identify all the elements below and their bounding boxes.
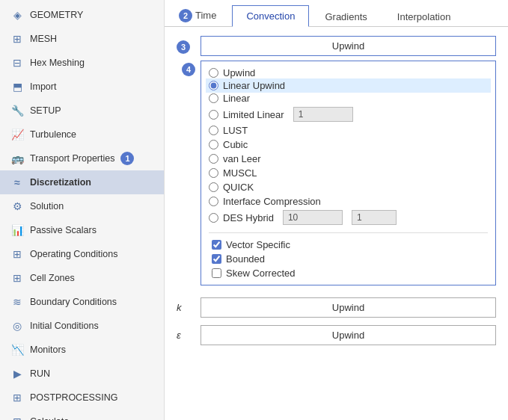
radio-option-quick[interactable]: QUICK — [209, 180, 488, 194]
radio-quick[interactable] — [209, 182, 218, 192]
radio-limited-linear[interactable] — [209, 110, 218, 120]
checkbox-label-vector-specific: Vector Specific — [226, 239, 290, 250]
sidebar-item-transport[interactable]: 🚌 Transport Properties 1 — [0, 146, 164, 170]
radio-label-interface-compression: Interface Compression — [223, 196, 321, 207]
radio-muscl[interactable] — [209, 168, 218, 178]
sidebar-item-mesh[interactable]: ⊞ MESH — [0, 27, 164, 51]
sidebar-label: MESH — [30, 34, 57, 44]
badge-4: 4 — [182, 63, 195, 76]
sidebar-label: Initial Conditions — [30, 321, 99, 331]
sidebar-label: Calculate — [30, 416, 69, 420]
transport-icon: 🚌 — [10, 152, 24, 165]
monitors-icon: 📉 — [10, 343, 24, 356]
radio-lust[interactable] — [209, 126, 218, 135]
limited-linear-input[interactable] — [293, 107, 353, 122]
radio-option-lust[interactable]: LUST — [209, 123, 488, 138]
sidebar-item-cell-zones[interactable]: ⊞ Cell Zones — [0, 266, 164, 290]
sidebar-item-passive-scalars[interactable]: 📊 Passive Scalars — [0, 218, 164, 242]
radio-option-linear[interactable]: Linear — [209, 91, 488, 105]
radio-option-cubic[interactable]: Cubic — [209, 138, 488, 152]
sidebar-label: Import — [30, 81, 56, 92]
sidebar-item-initial[interactable]: ◎ Initial Conditions — [0, 314, 164, 338]
sidebar-label: POSTPROCESSING — [30, 392, 117, 403]
sidebar-label: Discretization — [30, 177, 91, 188]
sidebar-item-calculate[interactable]: ⊞ Calculate — [0, 410, 164, 420]
sidebar-item-hex-meshing[interactable]: ⊟ Hex Meshing — [0, 51, 164, 75]
sidebar-item-monitors[interactable]: 📉 Monitors — [0, 338, 164, 362]
checkbox-vector-specific[interactable]: Vector Specific — [212, 238, 488, 252]
u-select-button[interactable]: Upwind — [201, 36, 496, 56]
radio-label-vanleer: van Leer — [223, 153, 261, 164]
checkbox-bounded[interactable]: Bounded — [212, 252, 488, 266]
sidebar-item-postprocessing[interactable]: ⊞ POSTPROCESSING — [0, 386, 164, 410]
radio-option-vanleer[interactable]: van Leer — [209, 152, 488, 166]
hex-meshing-icon: ⊟ — [10, 56, 24, 70]
sidebar-item-run[interactable]: ▶ RUN — [0, 362, 164, 386]
badge-2: 2 — [179, 9, 192, 22]
run-icon: ▶ — [10, 367, 24, 380]
radio-upwind[interactable] — [209, 68, 218, 78]
radio-label-limited-linear: Limited Linear — [223, 109, 284, 120]
checkbox-label-skew-corrected: Skew Corrected — [226, 268, 295, 279]
radio-option-interface-compression[interactable]: Interface Compression — [209, 194, 488, 209]
passive-scalars-icon: 📊 — [10, 223, 24, 237]
des-hybrid-input2[interactable] — [352, 210, 397, 225]
tab-gradients[interactable]: Gradients — [310, 6, 381, 27]
sidebar-item-turbulence[interactable]: 📈 Turbulence — [0, 123, 164, 146]
k-select-button[interactable]: Upwind — [201, 297, 496, 318]
sidebar-item-import[interactable]: ⬒ Import — [0, 75, 164, 99]
sidebar-item-solution[interactable]: ⚙ Solution — [0, 194, 164, 218]
tab-time[interactable]: 2Time — [165, 4, 230, 27]
radio-label-des-hybrid: DES Hybrid — [223, 212, 274, 223]
checkbox-skew-corrected-input[interactable] — [212, 268, 221, 278]
tab-convection[interactable]: Convection — [232, 5, 309, 27]
postprocessing-icon: ⊞ — [10, 391, 24, 404]
content-area: 3 Upwind 4 Upwind Linear Upwind — [165, 27, 508, 420]
radio-label-linear-upwind: Linear Upwind — [223, 80, 285, 91]
sidebar-label: GEOMETRY — [30, 10, 83, 20]
radio-interface-compression[interactable] — [209, 197, 218, 206]
radio-label-muscl: MUSCL — [223, 167, 257, 179]
sidebar-label: Cell Zones — [30, 273, 75, 283]
calculate-icon: ⊞ — [10, 415, 24, 420]
sidebar-label: Boundary Conditions — [30, 297, 117, 307]
operating-icon: ⊞ — [10, 247, 24, 261]
checkbox-section: Vector Specific Bounded Skew Corrected — [209, 232, 488, 280]
radio-option-muscl[interactable]: MUSCL — [209, 166, 488, 180]
radio-linear[interactable] — [209, 93, 218, 103]
sidebar-item-geometry[interactable]: ◈ GEOMETRY — [0, 3, 164, 27]
radio-linear-upwind[interactable] — [209, 81, 218, 90]
sidebar-item-operating[interactable]: ⊞ Operating Conditions — [0, 242, 164, 266]
solution-icon: ⚙ — [10, 200, 24, 213]
sidebar-label: Hex Meshing — [30, 58, 85, 68]
sidebar-label: Passive Scalars — [30, 225, 97, 235]
tab-bar: 2Time Convection Gradients Interpolation — [165, 0, 508, 27]
import-icon: ⬒ — [10, 80, 24, 93]
sidebar: ◈ GEOMETRY ⊞ MESH ⊟ Hex Meshing ⬒ Import… — [0, 0, 165, 420]
sidebar-label: Turbulence — [30, 129, 76, 140]
checkbox-label-bounded: Bounded — [226, 253, 265, 265]
k-label: k — [177, 302, 195, 313]
sidebar-item-boundary[interactable]: ≋ Boundary Conditions — [0, 290, 164, 314]
u-label: 3 — [177, 36, 195, 54]
initial-icon: ◎ — [10, 319, 24, 333]
tab-interpolation[interactable]: Interpolation — [383, 6, 465, 27]
radio-label-cubic: Cubic — [223, 139, 248, 150]
u-radio-panel: 4 Upwind Linear Upwind Linear — [201, 61, 496, 285]
sidebar-label: Solution — [30, 201, 64, 211]
radio-des-hybrid[interactable] — [209, 213, 218, 223]
sidebar-item-discretization[interactable]: ≈ Discretization — [0, 170, 164, 194]
radio-option-des-hybrid[interactable]: DES Hybrid — [209, 209, 488, 226]
mesh-icon: ⊞ — [10, 32, 24, 46]
radio-option-limited-linear[interactable]: Limited Linear — [209, 105, 488, 123]
checkbox-skew-corrected[interactable]: Skew Corrected — [212, 266, 488, 280]
radio-cubic[interactable] — [209, 140, 218, 149]
des-hybrid-input1[interactable] — [283, 210, 343, 225]
sidebar-item-setup[interactable]: 🔧 SETUP — [0, 99, 164, 123]
turbulence-icon: 📈 — [10, 128, 24, 141]
badge-3: 3 — [177, 40, 190, 54]
checkbox-vector-specific-input[interactable] — [212, 240, 221, 250]
radio-vanleer[interactable] — [209, 154, 218, 164]
checkbox-bounded-input[interactable] — [212, 254, 221, 264]
epsilon-select-button[interactable]: Upwind — [201, 325, 496, 345]
